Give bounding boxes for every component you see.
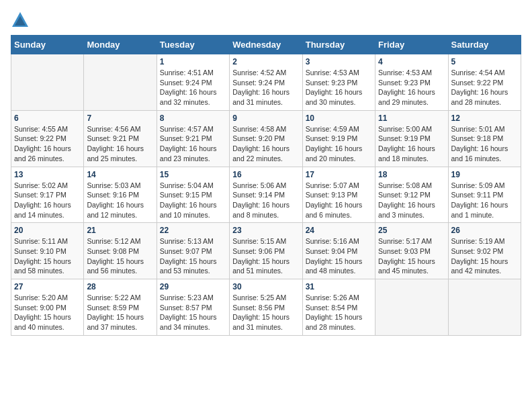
day-info: Sunrise: 5:13 AM Sunset: 9:07 PM Dayligh… <box>160 236 226 276</box>
day-info: Sunrise: 5:11 AM Sunset: 9:10 PM Dayligh… <box>14 236 81 276</box>
day-number: 17 <box>306 170 372 179</box>
day-info: Sunrise: 4:51 AM Sunset: 9:24 PM Dayligh… <box>160 68 226 107</box>
day-number: 28 <box>87 282 153 291</box>
calendar-week-row: 13Sunrise: 5:02 AM Sunset: 9:17 PM Dayli… <box>11 167 521 223</box>
day-header-tuesday: Tuesday <box>157 36 229 54</box>
day-number: 21 <box>87 226 153 235</box>
calendar-header-row: SundayMondayTuesdayWednesdayThursdayFrid… <box>11 36 521 54</box>
calendar-week-row: 20Sunrise: 5:11 AM Sunset: 9:10 PM Dayli… <box>11 223 521 279</box>
day-header-wednesday: Wednesday <box>230 36 302 54</box>
day-number: 2 <box>232 57 299 66</box>
calendar-cell: 21Sunrise: 5:12 AM Sunset: 9:08 PM Dayli… <box>84 223 157 279</box>
logo <box>11 11 32 30</box>
day-info: Sunrise: 5:17 AM Sunset: 9:03 PM Dayligh… <box>378 236 445 276</box>
day-info: Sunrise: 4:53 AM Sunset: 9:23 PM Dayligh… <box>306 68 372 107</box>
calendar-cell: 11Sunrise: 5:00 AM Sunset: 9:19 PM Dayli… <box>375 110 448 167</box>
day-number: 19 <box>451 170 518 179</box>
day-number: 13 <box>14 170 81 179</box>
day-number: 23 <box>232 226 299 235</box>
calendar-cell: 3Sunrise: 4:53 AM Sunset: 9:23 PM Daylig… <box>302 54 375 111</box>
calendar-cell: 16Sunrise: 5:06 AM Sunset: 9:14 PM Dayli… <box>230 167 302 223</box>
calendar-cell: 2Sunrise: 4:52 AM Sunset: 9:24 PM Daylig… <box>230 54 302 111</box>
day-info: Sunrise: 5:15 AM Sunset: 9:06 PM Dayligh… <box>232 236 299 276</box>
calendar-cell: 28Sunrise: 5:22 AM Sunset: 8:59 PM Dayli… <box>84 279 157 336</box>
day-info: Sunrise: 5:22 AM Sunset: 8:59 PM Dayligh… <box>87 293 153 332</box>
calendar-week-row: 1Sunrise: 4:51 AM Sunset: 9:24 PM Daylig… <box>11 54 521 111</box>
day-number: 12 <box>451 113 518 123</box>
day-number: 10 <box>306 113 372 123</box>
calendar-cell: 9Sunrise: 4:58 AM Sunset: 9:20 PM Daylig… <box>230 110 302 167</box>
day-info: Sunrise: 5:02 AM Sunset: 9:17 PM Dayligh… <box>14 181 81 220</box>
day-number: 18 <box>378 170 445 179</box>
calendar-cell: 18Sunrise: 5:08 AM Sunset: 9:12 PM Dayli… <box>375 167 448 223</box>
calendar-cell: 4Sunrise: 4:53 AM Sunset: 9:23 PM Daylig… <box>375 54 448 111</box>
day-info: Sunrise: 5:07 AM Sunset: 9:13 PM Dayligh… <box>306 181 372 220</box>
day-info: Sunrise: 4:57 AM Sunset: 9:21 PM Dayligh… <box>160 124 226 164</box>
calendar-cell: 26Sunrise: 5:19 AM Sunset: 9:02 PM Dayli… <box>448 223 521 279</box>
day-number: 3 <box>306 57 372 66</box>
day-number: 5 <box>451 57 518 66</box>
calendar-cell <box>448 279 521 336</box>
calendar-week-row: 6Sunrise: 4:55 AM Sunset: 9:22 PM Daylig… <box>11 110 521 167</box>
day-info: Sunrise: 5:16 AM Sunset: 9:04 PM Dayligh… <box>306 236 372 276</box>
day-info: Sunrise: 4:58 AM Sunset: 9:20 PM Dayligh… <box>232 124 299 164</box>
day-number: 16 <box>232 170 299 179</box>
calendar-cell: 17Sunrise: 5:07 AM Sunset: 9:13 PM Dayli… <box>302 167 375 223</box>
day-info: Sunrise: 5:01 AM Sunset: 9:18 PM Dayligh… <box>451 124 518 164</box>
calendar-cell: 22Sunrise: 5:13 AM Sunset: 9:07 PM Dayli… <box>157 223 229 279</box>
calendar-cell: 29Sunrise: 5:23 AM Sunset: 8:57 PM Dayli… <box>157 279 229 336</box>
calendar-cell: 13Sunrise: 5:02 AM Sunset: 9:17 PM Dayli… <box>11 167 84 223</box>
calendar-cell: 1Sunrise: 4:51 AM Sunset: 9:24 PM Daylig… <box>157 54 229 111</box>
day-info: Sunrise: 5:25 AM Sunset: 8:56 PM Dayligh… <box>232 293 299 332</box>
day-info: Sunrise: 5:08 AM Sunset: 9:12 PM Dayligh… <box>378 181 445 220</box>
calendar-cell: 8Sunrise: 4:57 AM Sunset: 9:21 PM Daylig… <box>157 110 229 167</box>
day-info: Sunrise: 5:19 AM Sunset: 9:02 PM Dayligh… <box>451 236 518 276</box>
day-number: 22 <box>160 226 226 235</box>
day-info: Sunrise: 5:00 AM Sunset: 9:19 PM Dayligh… <box>378 124 445 164</box>
day-number: 29 <box>160 282 226 291</box>
logo-icon <box>11 11 30 30</box>
day-number: 25 <box>378 226 445 235</box>
day-info: Sunrise: 5:23 AM Sunset: 8:57 PM Dayligh… <box>160 293 226 332</box>
day-info: Sunrise: 4:55 AM Sunset: 9:22 PM Dayligh… <box>14 124 81 164</box>
day-info: Sunrise: 5:09 AM Sunset: 9:11 PM Dayligh… <box>451 181 518 220</box>
day-info: Sunrise: 5:20 AM Sunset: 9:00 PM Dayligh… <box>14 293 81 332</box>
calendar-cell: 24Sunrise: 5:16 AM Sunset: 9:04 PM Dayli… <box>302 223 375 279</box>
calendar-cell: 20Sunrise: 5:11 AM Sunset: 9:10 PM Dayli… <box>11 223 84 279</box>
calendar-cell: 30Sunrise: 5:25 AM Sunset: 8:56 PM Dayli… <box>230 279 302 336</box>
page-header <box>11 11 521 30</box>
day-header-sunday: Sunday <box>11 36 84 54</box>
calendar-cell: 14Sunrise: 5:03 AM Sunset: 9:16 PM Dayli… <box>84 167 157 223</box>
calendar-cell: 19Sunrise: 5:09 AM Sunset: 9:11 PM Dayli… <box>448 167 521 223</box>
day-header-friday: Friday <box>375 36 448 54</box>
day-header-monday: Monday <box>84 36 157 54</box>
day-number: 30 <box>232 282 299 291</box>
day-info: Sunrise: 4:53 AM Sunset: 9:23 PM Dayligh… <box>378 68 445 107</box>
day-number: 8 <box>160 113 226 123</box>
calendar-cell: 5Sunrise: 4:54 AM Sunset: 9:22 PM Daylig… <box>448 54 521 111</box>
day-number: 11 <box>378 113 445 123</box>
day-number: 1 <box>160 57 226 66</box>
calendar-cell: 12Sunrise: 5:01 AM Sunset: 9:18 PM Dayli… <box>448 110 521 167</box>
day-info: Sunrise: 5:03 AM Sunset: 9:16 PM Dayligh… <box>87 181 153 220</box>
day-number: 31 <box>306 282 372 291</box>
calendar-cell: 25Sunrise: 5:17 AM Sunset: 9:03 PM Dayli… <box>375 223 448 279</box>
day-info: Sunrise: 5:04 AM Sunset: 9:15 PM Dayligh… <box>160 181 226 220</box>
day-info: Sunrise: 4:54 AM Sunset: 9:22 PM Dayligh… <box>451 68 518 107</box>
day-number: 24 <box>306 226 372 235</box>
calendar-cell: 7Sunrise: 4:56 AM Sunset: 9:21 PM Daylig… <box>84 110 157 167</box>
calendar-cell: 23Sunrise: 5:15 AM Sunset: 9:06 PM Dayli… <box>230 223 302 279</box>
day-info: Sunrise: 5:06 AM Sunset: 9:14 PM Dayligh… <box>232 181 299 220</box>
day-number: 7 <box>87 113 153 123</box>
day-info: Sunrise: 5:12 AM Sunset: 9:08 PM Dayligh… <box>87 236 153 276</box>
day-number: 6 <box>14 113 81 123</box>
day-info: Sunrise: 5:26 AM Sunset: 8:54 PM Dayligh… <box>306 293 372 332</box>
calendar-cell <box>375 279 448 336</box>
calendar-cell: 31Sunrise: 5:26 AM Sunset: 8:54 PM Dayli… <box>302 279 375 336</box>
day-number: 4 <box>378 57 445 66</box>
day-header-saturday: Saturday <box>448 36 521 54</box>
day-info: Sunrise: 4:59 AM Sunset: 9:19 PM Dayligh… <box>306 124 372 164</box>
calendar-cell: 27Sunrise: 5:20 AM Sunset: 9:00 PM Dayli… <box>11 279 84 336</box>
day-info: Sunrise: 4:52 AM Sunset: 9:24 PM Dayligh… <box>232 68 299 107</box>
day-number: 26 <box>451 226 518 235</box>
